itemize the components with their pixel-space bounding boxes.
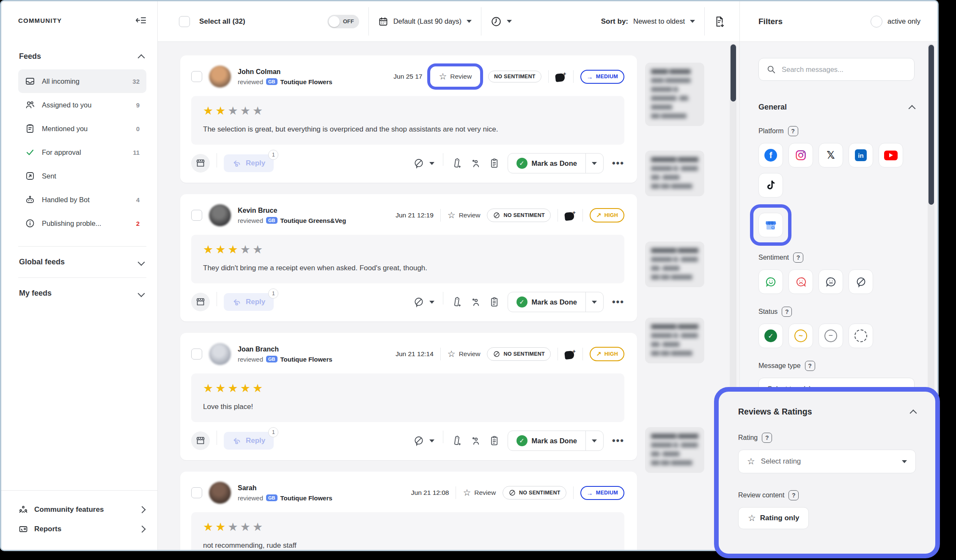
message-type-tag: ☆ Review: [448, 349, 481, 359]
sidebar-item-for-approval[interactable]: For approval 11: [18, 140, 146, 164]
sidebar-item-publishing-problems[interactable]: Publishing proble... 2: [18, 211, 146, 235]
assign-user-icon[interactable]: [470, 297, 481, 307]
company-name: Toutique Flowers: [280, 356, 332, 363]
help-icon[interactable]: ?: [762, 433, 772, 443]
add-tag-icon[interactable]: [452, 296, 462, 307]
sentiment-none-button[interactable]: [849, 269, 873, 294]
storefront-button[interactable]: [191, 154, 210, 173]
more-actions-button[interactable]: •••: [612, 158, 624, 169]
card-checkbox[interactable]: [191, 210, 202, 221]
sidebar-item-mentioned[interactable]: Mentioned you 0: [18, 117, 146, 140]
help-icon[interactable]: ?: [788, 126, 798, 136]
rating-select[interactable]: ☆ Select rating: [738, 450, 916, 473]
help-icon[interactable]: ?: [782, 307, 792, 317]
reply-button[interactable]: Reply 1: [224, 432, 274, 450]
scrollbar-thumb[interactable]: [929, 45, 934, 205]
more-actions-button[interactable]: •••: [612, 296, 624, 307]
sentiment-select[interactable]: [413, 296, 434, 307]
reply-button[interactable]: Reply 1: [224, 293, 274, 311]
sidebar-item-sent[interactable]: Sent: [18, 164, 146, 188]
status-not-started-button[interactable]: −: [819, 324, 843, 348]
assign-user-icon[interactable]: [470, 158, 481, 169]
my-feeds-section-header[interactable]: My feeds: [19, 289, 144, 298]
message-card[interactable]: Joan Branch reviewed GB Toutique Flowers…: [180, 333, 637, 460]
add-label-icon[interactable]: +: [565, 349, 576, 359]
help-icon[interactable]: ?: [793, 253, 803, 263]
add-tag-icon[interactable]: [452, 435, 462, 446]
export-button[interactable]: [714, 16, 725, 27]
add-tag-icon[interactable]: [452, 158, 462, 169]
mark-as-done-caret[interactable]: [585, 292, 603, 312]
platform-google-business-button[interactable]: G: [758, 213, 783, 237]
notes-icon[interactable]: [489, 296, 499, 307]
message-card[interactable]: John Colman reviewed GB Toutique Flowers…: [180, 55, 637, 183]
reviews-ratings-section-header[interactable]: Reviews & Ratings: [738, 407, 916, 417]
collapse-sidebar-icon[interactable]: [135, 16, 146, 25]
add-label-icon[interactable]: +: [555, 71, 566, 82]
sentiment-pill[interactable]: NO SENTIMENT: [487, 347, 550, 361]
add-label-icon[interactable]: +: [565, 210, 576, 220]
sidebar-item-handled-by-bot[interactable]: Handled by Bot 4: [18, 188, 146, 211]
notes-icon[interactable]: [489, 158, 499, 169]
status-done-button[interactable]: ✓: [758, 324, 783, 348]
sentiment-positive-button[interactable]: [758, 269, 783, 294]
storefront-button[interactable]: [191, 293, 210, 311]
platform-tiktok-button[interactable]: [758, 173, 783, 198]
priority-pill[interactable]: ↗ HIGH: [590, 347, 624, 361]
card-checkbox[interactable]: [191, 71, 202, 82]
auto-refresh-toggle[interactable]: OFF: [327, 15, 359, 28]
sentiment-negative-button[interactable]: [788, 269, 813, 294]
message-card[interactable]: Kevin Bruce reviewed GB Toutique Greens&…: [180, 194, 637, 321]
sidebar-item-community-features[interactable]: Community features: [18, 500, 145, 519]
rating-only-button[interactable]: ☆ Rating only: [738, 507, 809, 529]
platform-x-button[interactable]: 𝕏: [819, 143, 843, 167]
mark-as-done-caret[interactable]: [585, 154, 603, 173]
sentiment-select[interactable]: [413, 158, 434, 169]
mark-as-done-button[interactable]: ✓ Mark as Done: [508, 292, 585, 312]
sort-dropdown[interactable]: Sort by: Newest to oldest: [601, 17, 695, 26]
platform-instagram-button[interactable]: [788, 143, 813, 167]
card-checkbox[interactable]: [191, 349, 202, 360]
assign-user-icon[interactable]: [470, 436, 481, 446]
mark-as-done-caret[interactable]: [585, 431, 603, 450]
card-checkbox[interactable]: [191, 487, 202, 498]
feeds-section-header[interactable]: Feeds: [19, 52, 144, 61]
platform-linkedin-button[interactable]: in: [849, 143, 873, 167]
status-in-progress-button[interactable]: ~: [788, 324, 813, 348]
select-all-checkbox[interactable]: [179, 16, 190, 27]
check-circle-icon: ✓: [516, 435, 527, 446]
reply-button[interactable]: Reply 1: [224, 154, 274, 172]
sentiment-pill[interactable]: NO SENTIMENT: [503, 486, 566, 500]
global-feeds-section-header[interactable]: Global feeds: [19, 258, 144, 266]
storefront-button[interactable]: [191, 431, 210, 450]
search-input[interactable]: Search messages...: [758, 58, 915, 81]
general-section-header[interactable]: General: [758, 103, 915, 112]
mark-as-done-button[interactable]: ✓ Mark as Done: [508, 154, 585, 173]
sidebar-item-assigned[interactable]: Assigned to you 9: [18, 93, 146, 117]
sentiment-neutral-button[interactable]: [819, 269, 843, 294]
rating-label: Rating?: [738, 433, 916, 443]
status-none-button[interactable]: [849, 324, 873, 348]
active-only-control[interactable]: active only: [871, 16, 920, 27]
help-icon[interactable]: ?: [788, 490, 799, 500]
sidebar-item-reports[interactable]: Reports: [18, 519, 145, 539]
sentiment-pill[interactable]: NO SENTIMENT: [487, 209, 550, 222]
sentiment-pill[interactable]: NO SENTIMENT: [488, 71, 541, 82]
sidebar-item-all-incoming[interactable]: All incoming 32: [18, 69, 146, 93]
date-range-dropdown[interactable]: Default (Last 90 days): [378, 16, 472, 27]
message-card[interactable]: Sarah reviewed GB Toutique Flowers Jun 2…: [180, 472, 637, 551]
mark-as-done-button[interactable]: ✓ Mark as Done: [508, 431, 585, 450]
platform-youtube-button[interactable]: [879, 143, 903, 167]
priority-pill[interactable]: ↗ HIGH: [590, 208, 624, 222]
active-only-checkbox[interactable]: [871, 16, 882, 27]
help-icon[interactable]: ?: [805, 361, 815, 371]
scrollbar-thumb[interactable]: [731, 44, 736, 102]
notes-icon[interactable]: [489, 435, 499, 446]
message-list: John Colman reviewed GB Toutique Flowers…: [158, 42, 739, 550]
more-actions-button[interactable]: •••: [612, 435, 624, 446]
priority-pill[interactable]: → MEDIUM: [580, 70, 624, 84]
sentiment-select[interactable]: [413, 435, 434, 446]
time-dropdown[interactable]: [491, 16, 512, 27]
platform-facebook-button[interactable]: f: [758, 143, 783, 167]
priority-pill[interactable]: → MEDIUM: [580, 486, 624, 500]
